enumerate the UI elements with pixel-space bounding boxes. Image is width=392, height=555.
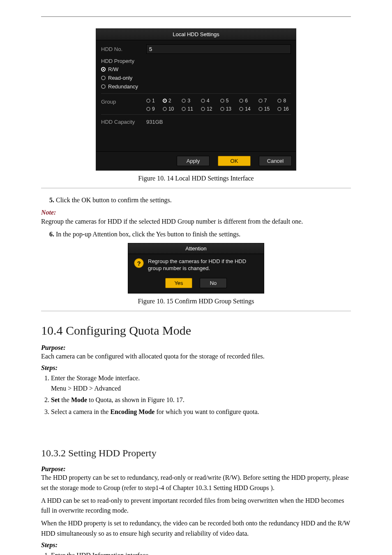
note-label: Note: — [41, 209, 351, 216]
apply-button[interactable]: Apply — [177, 156, 210, 166]
radio-dot-icon — [201, 107, 205, 111]
group-radio-label: 5 — [226, 98, 229, 104]
attention-message: Regroup the cameras for HDD if the HDD g… — [148, 258, 258, 272]
group-radio-6[interactable]: 6 — [239, 98, 253, 104]
figure-10-14-caption: Figure 10. 14 Local HDD Settings Interfa… — [41, 173, 351, 188]
group-radio-2[interactable]: 2 — [163, 98, 176, 104]
group-radio-label: 16 — [283, 106, 288, 112]
radio-dot-icon — [201, 99, 205, 103]
radio-dot-icon — [258, 99, 263, 103]
group-radio-label: 7 — [264, 98, 267, 104]
steps-label: Steps: — [41, 364, 351, 372]
note-body: Regroup the cameras for HDD if the selec… — [41, 217, 351, 226]
group-radio-label: 3 — [187, 98, 190, 104]
group-radio-4[interactable]: 4 — [201, 98, 214, 104]
group-radio-label: 4 — [207, 98, 210, 104]
group-radio-8[interactable]: 8 — [277, 98, 291, 104]
radio-dot-icon — [239, 99, 243, 103]
radio-dot-icon — [146, 107, 150, 111]
group-radio-label: 15 — [264, 106, 270, 112]
group-radio-label: 1 — [152, 98, 155, 104]
radio-rw-label: R/W — [108, 66, 118, 72]
radio-dot-icon — [163, 107, 167, 111]
section-10-4-heading: 10.4 Configuring Quota Mode — [41, 324, 351, 338]
figure-10-15-caption: Figure 10. 15 Confirm HDD Group Settings — [41, 296, 351, 311]
group-radio-11[interactable]: 11 — [182, 106, 195, 112]
group-radio-9[interactable]: 9 — [146, 106, 157, 112]
radio-dot-icon — [220, 107, 224, 111]
group-radio-3[interactable]: 3 — [182, 98, 195, 104]
radio-dot-icon — [101, 67, 106, 72]
radio-dot-icon — [146, 99, 150, 103]
group-radio-label: 6 — [245, 98, 248, 104]
radio-dot-icon — [277, 107, 281, 111]
group-radio-15[interactable]: 15 — [258, 106, 272, 112]
radio-redundancy-label: Redundancy — [108, 83, 138, 90]
yes-button[interactable]: Yes — [165, 278, 192, 288]
group-radio-13[interactable]: 13 — [220, 106, 234, 112]
group-radio-label: 10 — [168, 106, 174, 112]
purpose-label: Purpose: — [41, 344, 351, 352]
radio-dot-icon — [182, 107, 186, 111]
purpose-text-2: The HDD property can be set to redundanc… — [41, 473, 351, 493]
radio-dot-icon — [163, 99, 167, 103]
radio-readonly[interactable]: Read-only — [101, 74, 291, 82]
hdd-property-section: HDD Property — [101, 56, 291, 65]
hdd-no-label: HDD No. — [101, 46, 146, 52]
radio-dot-icon — [182, 99, 186, 103]
step-1b: Enter the HDD Information interface. Men… — [51, 550, 351, 555]
group-radio-label: 11 — [187, 106, 193, 112]
radio-dot-icon — [258, 107, 263, 111]
step-5-text: Click the OK button to confirm the setti… — [56, 197, 172, 204]
radio-dot-icon — [277, 99, 281, 103]
radio-redundancy[interactable]: Redundancy — [101, 82, 291, 91]
group-radio-label: 13 — [226, 106, 231, 112]
group-radio-10[interactable]: 10 — [163, 106, 176, 112]
step-2: Set the Mode to Quota, as shown in Figur… — [51, 395, 351, 405]
local-hdd-settings-dialog: Local HDD Settings HDD No. 5 HDD Propert… — [96, 28, 296, 171]
hdd-no-select[interactable]: 5 — [146, 44, 291, 54]
group-label: Group — [101, 98, 146, 112]
no-button[interactable]: No — [200, 278, 227, 288]
radio-dot-icon — [101, 84, 106, 89]
steps-label-2: Steps: — [41, 541, 351, 549]
group-radio-7[interactable]: 7 — [258, 98, 272, 104]
attention-dialog: Attention ? Regroup the cameras for HDD … — [128, 243, 264, 294]
attention-title: Attention — [128, 243, 264, 254]
radio-readonly-label: Read-only — [108, 75, 132, 81]
step-6-text: In the pop-up Attention box, click the Y… — [56, 231, 240, 238]
group-radio-label: 14 — [245, 106, 250, 112]
purpose-label-2: Purpose: — [41, 465, 351, 473]
step-1: Enter the Storage Mode interface. Menu >… — [51, 373, 351, 394]
radio-dot-icon — [101, 76, 106, 80]
step-3: Select a camera in the Encoding Mode for… — [51, 407, 351, 417]
question-icon: ? — [134, 258, 144, 268]
paragraph-2: A HDD can be set to read-only to prevent… — [41, 496, 351, 516]
group-radio-1[interactable]: 1 — [146, 98, 157, 104]
ok-button[interactable]: OK — [218, 156, 251, 166]
hdd-capacity-label: HDD Capacity — [101, 119, 146, 125]
dialog-title: Local HDD Settings — [96, 29, 296, 40]
cancel-button[interactable]: Cancel — [259, 156, 292, 166]
group-radio-label: 8 — [283, 98, 286, 104]
group-radio-label: 12 — [207, 106, 212, 112]
radio-dot-icon — [239, 107, 243, 111]
group-radio-12[interactable]: 12 — [201, 106, 214, 112]
group-radio-16[interactable]: 16 — [277, 106, 291, 112]
purpose-text: Each camera can be configured with alloc… — [41, 352, 351, 362]
group-radio-label: 9 — [152, 106, 155, 112]
section-10-3-2-heading: 10.3.2 Setting HDD Property — [41, 448, 351, 459]
paragraph-3: When the HDD property is set to redundan… — [41, 518, 351, 539]
group-radio-5[interactable]: 5 — [220, 98, 234, 104]
radio-dot-icon — [220, 99, 224, 103]
group-radio-14[interactable]: 14 — [239, 106, 253, 112]
hdd-capacity-value: 931GB — [146, 119, 163, 125]
group-radio-label: 2 — [168, 98, 171, 104]
radio-rw[interactable]: R/W — [101, 65, 291, 74]
